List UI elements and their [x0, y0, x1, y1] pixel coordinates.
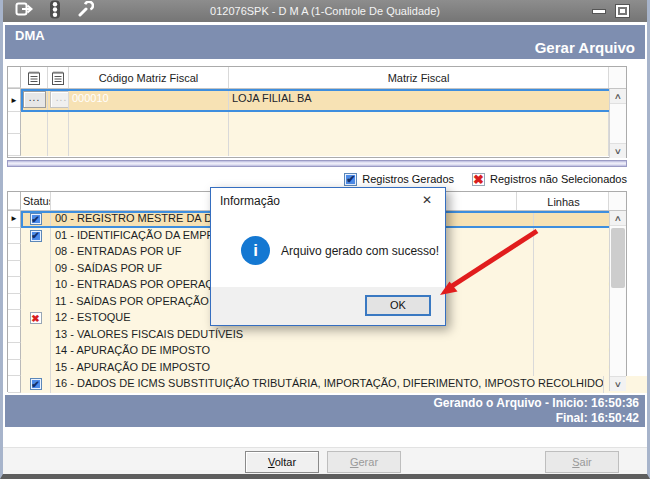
page-header: DMA Gerar Arquivo	[5, 25, 645, 59]
matriz-row[interactable]: ► ... ... 000010 LOJA FILIAL BA ∧ ∨	[8, 89, 626, 112]
matriz-fiscal-grid: Código Matriz Fiscal Matriz Fiscal ► ...…	[7, 66, 627, 158]
column-header-matriz-fiscal[interactable]: Matriz Fiscal	[229, 67, 609, 88]
x-checkbox-icon: ✖	[472, 173, 485, 186]
table-row[interactable]: ✔ 16 - DADOS DE ICMS SUBSTITUIÇÃO TRIBUT…	[8, 376, 626, 393]
record-label: 14 - APURAÇÃO DE IMPOSTO	[51, 343, 534, 360]
scroll-up-icon[interactable]: ∧	[610, 89, 626, 104]
browse-button[interactable]: ...	[23, 91, 46, 108]
maximize-button[interactable]	[616, 5, 629, 17]
table-row[interactable]: 15 - APURAÇÃO DE IMPOSTO 0	[8, 360, 626, 377]
status-line1: Gerando o Arquivo - Inicio: 16:50:36	[5, 396, 639, 411]
grid2-scrollbar[interactable]: ∧ ∨	[609, 211, 626, 391]
checked-checkbox-icon: ✔	[344, 173, 357, 186]
scroll-down-icon[interactable]: ∨	[610, 376, 626, 391]
app-window: 012076SPK - D M A (1-Controle De Qualida…	[0, 0, 650, 479]
button-panel: Voltar Gerar Sair	[3, 447, 647, 474]
status-legend: ✔ Registros Gerados ✖ Registros não Sele…	[344, 171, 627, 187]
page-subtitle: Gerar Arquivo	[535, 39, 635, 56]
browse-button-disabled: ...	[50, 91, 69, 108]
sair-button: Sair	[545, 451, 619, 473]
column-header-codigo-matriz-fiscal[interactable]: Código Matriz Fiscal	[69, 67, 229, 88]
grid1-scrollbar[interactable]: ∧ ∨	[609, 89, 626, 158]
column-header-linhas[interactable]: Linhas	[517, 192, 609, 210]
window-title: 012076SPK - D M A (1-Controle De Qualida…	[3, 5, 647, 17]
dialog-title-bar: Informação ✕	[211, 188, 445, 213]
scroll-down-icon[interactable]: ∨	[610, 143, 626, 158]
page-title: DMA	[15, 28, 45, 43]
info-icon: i	[241, 236, 270, 265]
scroll-up-icon[interactable]: ∧	[610, 211, 626, 226]
status-line2: Final: 16:50:42	[5, 411, 639, 426]
table-row[interactable]: 14 - APURAÇÃO DE IMPOSTO 0	[8, 343, 626, 360]
codigo-matriz-cell[interactable]: 000010	[69, 89, 229, 112]
checked-icon: ✔	[30, 213, 42, 225]
title-bar: 012076SPK - D M A (1-Controle De Qualida…	[3, 0, 647, 22]
checked-icon: ✔	[30, 378, 42, 390]
checked-icon: ✔	[30, 230, 42, 242]
legend-generated-label: Registros Gerados	[362, 173, 454, 185]
info-dialog: Informação ✕ i Arquivo gerado com sucess…	[210, 187, 446, 326]
empty-row	[8, 112, 626, 134]
record-label: 15 - APURAÇÃO DE IMPOSTO	[51, 360, 534, 377]
list-icon	[48, 67, 69, 88]
grid1-header-row: Código Matriz Fiscal Matriz Fiscal	[8, 67, 626, 89]
header-corner	[8, 192, 21, 210]
voltar-button[interactable]: Voltar	[245, 451, 319, 473]
record-label: 16 - DADOS DE ICMS SUBSTITUIÇÃO TRIBUTÁR…	[51, 376, 604, 393]
dialog-title: Informação	[220, 194, 280, 208]
status-bar: Gerando o Arquivo - Inicio: 16:50:36 Fin…	[5, 395, 645, 427]
empty-row	[8, 134, 626, 156]
table-row[interactable]: 13 - VALORES FISCAIS DEDUTÍVEIS 0	[8, 327, 626, 344]
x-icon: ✖	[30, 312, 42, 324]
list-icon	[21, 67, 48, 88]
row-marker: ►	[8, 211, 21, 228]
legend-not-selected-label: Registros não Selecionados	[490, 173, 627, 185]
dialog-message: Arquivo gerado com sucesso!	[281, 244, 439, 258]
matriz-fiscal-cell[interactable]: LOJA FILIAL BA	[229, 89, 626, 112]
minimize-button[interactable]	[592, 9, 606, 14]
ok-button[interactable]: OK	[365, 295, 431, 316]
row-marker: ►	[8, 89, 21, 112]
scrollbar-thumb[interactable]	[611, 228, 625, 288]
column-header-status[interactable]: Status	[21, 192, 51, 210]
gerar-button: Gerar	[327, 451, 401, 473]
close-icon[interactable]: ✕	[419, 193, 435, 207]
record-label: 13 - VALORES FISCAIS DEDUTÍVEIS	[51, 327, 534, 344]
splitter-bar[interactable]	[7, 160, 627, 167]
header-corner	[8, 67, 21, 88]
dialog-footer: OK	[211, 287, 445, 325]
